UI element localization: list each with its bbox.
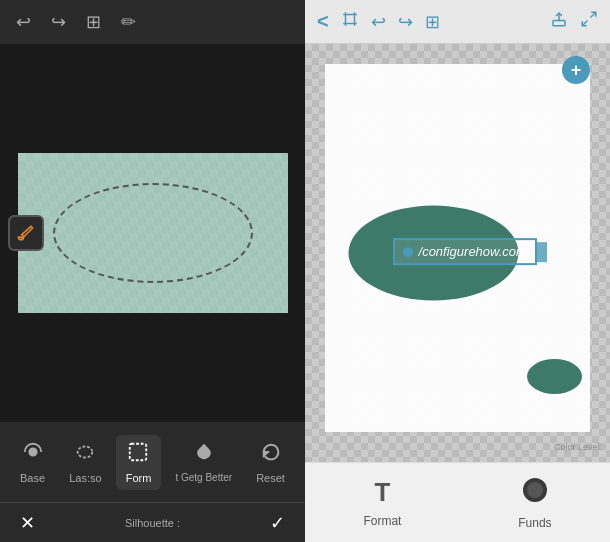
svg-line-15 bbox=[582, 21, 587, 26]
left-toolbar: ↩ ↪ ⊞ ✏ bbox=[0, 0, 305, 44]
svg-rect-3 bbox=[345, 15, 354, 24]
getting-better-tab-icon bbox=[193, 441, 215, 468]
brush-tool-icon[interactable] bbox=[8, 215, 44, 251]
add-button[interactable]: + bbox=[562, 56, 590, 84]
tab-base-label: Base bbox=[20, 472, 45, 484]
crop-icon[interactable] bbox=[341, 10, 359, 33]
tab-getting-better-label: t Getg Better bbox=[175, 472, 232, 483]
right-undo-icon[interactable]: ↩ bbox=[371, 11, 386, 33]
undo-icon[interactable]: ↩ bbox=[16, 11, 31, 33]
format-tab-icon: T bbox=[374, 477, 390, 508]
selection-handle bbox=[403, 247, 413, 257]
share-icon[interactable] bbox=[550, 10, 568, 33]
left-panel: ↩ ↪ ⊞ ✏ Base bbox=[0, 0, 305, 542]
tab-reset[interactable]: Reset bbox=[246, 435, 295, 490]
svg-point-1 bbox=[78, 446, 93, 457]
funds-tab-label: Funds bbox=[518, 516, 551, 530]
redo-icon[interactable]: ↪ bbox=[51, 11, 66, 33]
tab-funds[interactable]: Funds bbox=[498, 468, 571, 538]
left-bottom-tabs: Base Las:so Form t G bbox=[0, 422, 305, 502]
right-canvas-area: /configurehow.com + Color Level: bbox=[305, 44, 610, 462]
tab-form-label: Form bbox=[126, 472, 152, 484]
tab-base[interactable]: Base bbox=[10, 435, 55, 490]
tab-format[interactable]: T Format bbox=[343, 469, 421, 536]
left-canvas bbox=[18, 153, 288, 313]
tab-reset-label: Reset bbox=[256, 472, 285, 484]
left-canvas-area bbox=[0, 44, 305, 422]
base-tab-icon bbox=[22, 441, 44, 468]
dashed-oval bbox=[53, 183, 253, 283]
expand-icon[interactable] bbox=[580, 10, 598, 33]
cancel-button[interactable]: ✕ bbox=[20, 512, 35, 534]
right-panel: < ↩ ↪ ⊞ bbox=[305, 0, 610, 542]
color-level-label: Color Level: bbox=[554, 442, 602, 452]
svg-rect-2 bbox=[130, 443, 147, 460]
form-tab-icon bbox=[127, 441, 149, 468]
right-toolbar: < ↩ ↪ ⊞ bbox=[305, 0, 610, 44]
green-ellipse-small bbox=[527, 359, 582, 394]
tab-lasso-label: Las:so bbox=[69, 472, 101, 484]
tab-lasso[interactable]: Las:so bbox=[59, 435, 111, 490]
format-tab-label: Format bbox=[363, 514, 401, 528]
canvas-text: /configurehow.com bbox=[419, 244, 527, 259]
right-selection-handle bbox=[535, 242, 547, 262]
confirm-button[interactable]: ✓ bbox=[270, 512, 285, 534]
layers-icon[interactable]: ⊞ bbox=[86, 11, 101, 33]
svg-point-0 bbox=[29, 448, 36, 455]
funds-tab-icon bbox=[521, 476, 549, 510]
edit-icon[interactable]: ✏ bbox=[121, 11, 136, 33]
silhouette-label: Silhouette : bbox=[125, 517, 180, 529]
tab-form[interactable]: Form bbox=[116, 435, 162, 490]
text-selection-box[interactable]: /configurehow.com bbox=[393, 238, 537, 265]
reset-tab-icon bbox=[260, 441, 282, 468]
lasso-tab-icon bbox=[74, 441, 96, 468]
right-redo-icon[interactable]: ↪ bbox=[398, 11, 413, 33]
right-toolbar-left: < ↩ ↪ ⊞ bbox=[317, 10, 440, 33]
svg-point-17 bbox=[527, 482, 543, 498]
tab-getting-better[interactable]: t Getg Better bbox=[165, 435, 242, 489]
svg-rect-13 bbox=[553, 21, 565, 26]
right-toolbar-right bbox=[550, 10, 598, 33]
left-action-bar: ✕ Silhouette : ✓ bbox=[0, 502, 305, 542]
svg-line-14 bbox=[591, 12, 596, 17]
right-bottom-tabs: T Format Funds bbox=[305, 462, 610, 542]
back-icon[interactable]: < bbox=[317, 10, 329, 33]
right-layers-icon[interactable]: ⊞ bbox=[425, 11, 440, 33]
